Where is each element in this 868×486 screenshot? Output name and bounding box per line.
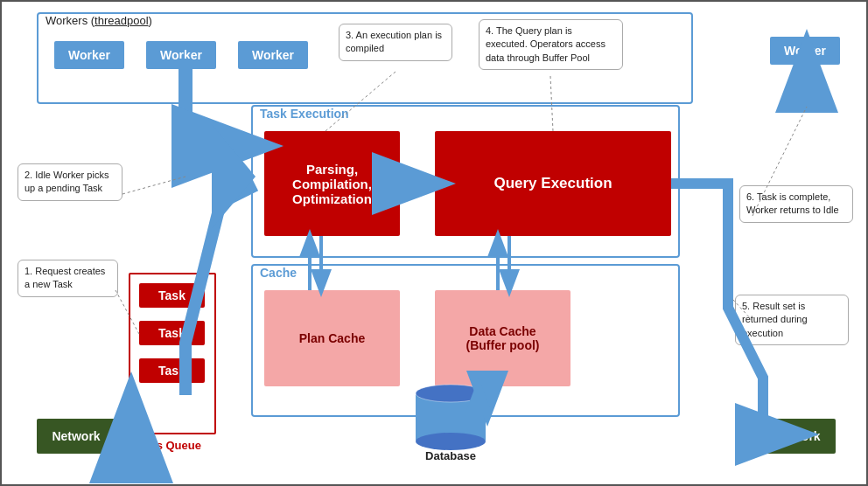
data-cache-box: Data Cache(Buffer pool) [435,290,570,386]
worker-button-1[interactable]: Worker [54,41,124,69]
callout-5: 5. Result set is returned during executi… [735,295,849,345]
task-item-2: Task [139,321,205,345]
workers-label: Workers (threadpool) [46,14,152,27]
worker-button-2[interactable]: Worker [146,41,216,69]
network-left-button[interactable]: Network [37,419,116,454]
svg-point-2 [416,433,486,450]
worker-button-3[interactable]: Worker [238,41,308,69]
callout-3: 3. An execution plan is compiled [339,24,452,61]
task-execution-label: Task Execution [260,107,349,121]
callout-6: 6. Task is complete, Worker returns to I… [739,185,853,223]
worker-button-right[interactable]: Worker [770,37,840,65]
svg-marker-4 [212,124,256,229]
parsing-box: Parsing,Compilation,Optimization [264,131,400,236]
database-label: Database [411,449,490,462]
diagram: Workers (threadpool) Worker Worker Worke… [0,0,868,486]
callout-2: 2. Idle Worker picks up a pending Task [18,163,122,201]
query-execution-box: Query Execution [435,131,671,236]
callout-4: 4. The Query plan is executed. Operators… [479,19,623,70]
callout-1: 1. Request creates a new Task [18,260,118,297]
svg-line-6 [122,177,186,194]
cache-label: Cache [260,266,297,280]
task-item-3: Task [139,358,205,383]
tasks-queue-label: Tasks Queue [131,439,201,452]
database-cylinder: Database [411,380,490,462]
task-item-1: Task [139,283,205,308]
plan-cache-box: Plan Cache [264,290,400,386]
network-right-button[interactable]: Network [757,419,836,454]
